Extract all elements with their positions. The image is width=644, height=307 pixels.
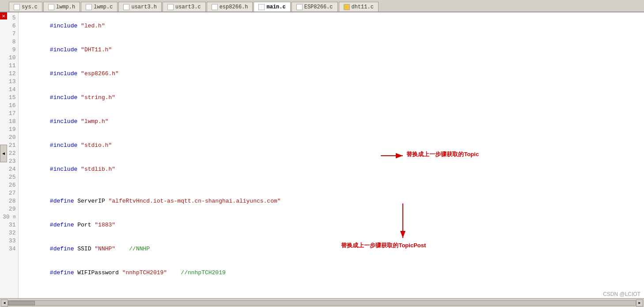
code-line-15: #define SSID "NNHP" //NNHP xyxy=(22,237,644,261)
scroll-right-button[interactable]: ▶ xyxy=(636,299,643,307)
code-line-10: #include "stdio.h" xyxy=(22,134,644,157)
tab-lwmp-h[interactable]: lwmp.h xyxy=(43,2,80,12)
scroll-left-button[interactable]: ◀ xyxy=(1,299,8,307)
scrollbar-track[interactable] xyxy=(8,300,636,306)
code-line-9: #include "lwmp.h" xyxy=(22,110,644,134)
tab-main-c[interactable]: main.c xyxy=(254,2,290,12)
tab-icon-esp8266-h xyxy=(212,4,218,10)
tab-icon-usart3-h xyxy=(123,4,129,10)
code-line-14: #define Port "1883" xyxy=(22,213,644,237)
editor-area: 5 6 7 8 9 10 11 12 13 14 15 16 17 18 19 … xyxy=(0,12,644,298)
tab-lwmp-c[interactable]: lwmp.c xyxy=(81,2,117,12)
code-line-13: #define ServerIP "alfeRtvHncd.iot-as-mqt… xyxy=(22,189,644,213)
tab-esp8266-h[interactable]: esp8266.h xyxy=(207,2,253,12)
close-button[interactable]: ✕ xyxy=(0,12,7,19)
code-line-8: #include "string.h" xyxy=(22,86,644,110)
scrollbar-bottom: ◀ ▶ xyxy=(0,298,644,307)
tab-usart3-h[interactable]: usart3.h xyxy=(118,2,162,12)
code-line-11: #include "stdlib.h" xyxy=(22,157,644,181)
code-line-18 xyxy=(22,293,644,298)
tab-icon-esp8266-c xyxy=(296,4,303,10)
tab-dht11-c[interactable]: dht11.c xyxy=(339,2,379,12)
tab-icon-sys-c xyxy=(14,4,20,10)
tab-icon-dht11-c xyxy=(344,4,350,10)
code-content[interactable]: #include "led.h" #include "DHT11.h" #inc… xyxy=(19,12,644,298)
code-line-5: #include "led.h" xyxy=(22,14,644,38)
tab-icon-usart3-c xyxy=(167,4,174,10)
code-line-17 xyxy=(22,285,644,293)
tab-bar: sys.c lwmp.h lwmp.c usart3.h usart3.c es… xyxy=(0,0,644,12)
tab-esp8266-c[interactable]: ESP8266.c xyxy=(292,2,338,12)
tab-usart3-c[interactable]: usart3.c xyxy=(163,2,206,12)
scrollbar-thumb[interactable] xyxy=(8,301,35,305)
annotation-topic: 替换成上一步骤获取的Topic xyxy=(406,150,479,158)
left-nav-button[interactable]: ◀ xyxy=(0,145,7,162)
watermark: CSDN @LCIOT xyxy=(603,291,640,297)
code-line-16: #define WIFIPassword "nnhpTCH2019" //nnh… xyxy=(22,261,644,285)
tab-icon-main-c xyxy=(258,4,265,10)
tab-icon-lwmp-c xyxy=(86,4,92,10)
tab-sys-c[interactable]: sys.c xyxy=(9,2,42,12)
annotation-topicpost: 替换成上一步骤获取的TopicPost xyxy=(341,242,426,249)
code-line-12 xyxy=(22,181,644,189)
tab-icon-lwmp-h xyxy=(48,4,54,10)
code-line-7: #include "esp8266.h" xyxy=(22,62,644,86)
code-line-6: #include "DHT11.h" xyxy=(22,38,644,62)
